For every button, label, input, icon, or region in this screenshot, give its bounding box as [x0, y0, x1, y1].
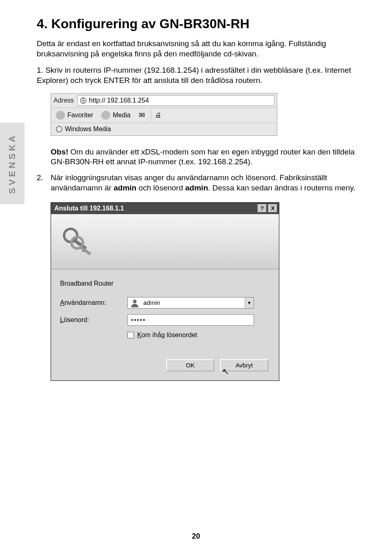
- address-value: http:// 192.168.1.254: [89, 97, 149, 104]
- address-label: Adress: [53, 97, 74, 104]
- help-button[interactable]: ?: [258, 204, 267, 212]
- toolbar-extra-icon[interactable]: 🖨: [155, 112, 161, 119]
- dialog-subtitle: Broadband Router: [60, 280, 270, 287]
- remember-checkbox[interactable]: [127, 332, 134, 338]
- password-input[interactable]: •••••: [127, 314, 254, 326]
- separator: [151, 110, 151, 121]
- step-2: 2.När inloggningsrutan visas anger du an…: [37, 173, 368, 193]
- step-1: 1. Skriv in routerns IP-nummer (192.168.…: [37, 65, 368, 85]
- globe-icon: [56, 111, 65, 120]
- remember-label: Kom ihåg lösenordet: [137, 331, 197, 339]
- step-2-mid: och lösenord: [136, 183, 185, 192]
- remember-row: Kom ihåg lösenordet: [127, 331, 270, 339]
- favorites-label: Favoriter: [67, 112, 93, 119]
- cursor-icon: ↖: [222, 367, 229, 376]
- step-1-text: Skriv in routerns IP-nummer (192.168.1.2…: [37, 66, 351, 85]
- step-2-bold2: admin: [185, 183, 208, 192]
- page-heading: 4. Konfigurering av GN-BR30N-RH: [37, 16, 368, 31]
- password-value: •••••: [131, 316, 146, 323]
- password-row: Lösenord: •••••: [60, 314, 270, 326]
- chevron-down-icon[interactable]: ▼: [245, 297, 254, 308]
- address-input[interactable]: http:// 192.168.1.254: [77, 95, 274, 106]
- keys-icon: [59, 223, 96, 260]
- ie-icon: [80, 97, 87, 104]
- browser-toolbar: Adress http:// 192.168.1.254 Favoriter M…: [51, 93, 277, 136]
- obs-label: Obs!: [51, 148, 68, 156]
- dialog-buttons: OK Avbryt: [60, 359, 270, 371]
- obs-text: Om du använder ett xDSL-modem som har en…: [51, 148, 355, 166]
- media-button[interactable]: Media: [99, 110, 133, 121]
- step-2-body: När inloggningsrutan visas anger du anvä…: [51, 173, 365, 193]
- step-2-bold1: admin: [114, 183, 136, 192]
- favorites-button[interactable]: Favoriter: [53, 110, 96, 121]
- titlebar-buttons: ? X: [258, 204, 277, 212]
- username-label: AAnvändarnamn:nvändarnamn:: [60, 299, 123, 306]
- media-label: Media: [113, 112, 131, 119]
- user-icon: [130, 298, 139, 307]
- svg-point-7: [133, 300, 137, 303]
- dialog-title: Ansluta till 192.168.1.1: [54, 205, 124, 212]
- step-2-after: . Dessa kan sedan ändras i routerns meny…: [208, 183, 355, 192]
- password-label: Lösenord:: [60, 316, 123, 324]
- address-row: Adress http:// 192.168.1.254: [51, 94, 277, 108]
- windows-media-label: Windows Media: [65, 125, 111, 133]
- ok-button[interactable]: OK: [166, 359, 214, 371]
- mail-icon[interactable]: ✉: [136, 111, 148, 119]
- obs-note: Obs! Om du använder ett xDSL-modem som h…: [51, 147, 368, 167]
- windows-media-button[interactable]: Windows Media: [53, 125, 114, 134]
- dialog-banner: [51, 214, 279, 269]
- windows-media-row: Windows Media: [51, 123, 277, 135]
- dialog-body: Broadband Router AAnvändarnamn:nvändarna…: [51, 269, 279, 380]
- language-label: SVENSKA: [7, 133, 18, 194]
- username-value: admin: [142, 299, 245, 306]
- username-row: AAnvändarnamn:nvändarnamn: admin ▼: [60, 297, 270, 309]
- media-globe-icon: [101, 111, 110, 120]
- close-button[interactable]: X: [268, 204, 277, 212]
- login-dialog: Ansluta till 192.168.1.1 ? X Broadband R…: [51, 202, 279, 381]
- username-combo[interactable]: admin ▼: [127, 297, 254, 309]
- step-1-number: 1.: [37, 66, 43, 74]
- page-number: 20: [0, 532, 392, 541]
- step-2-number: 2.: [37, 173, 51, 183]
- intro-text: Detta är endast en kortfattad bruksanvis…: [37, 39, 368, 59]
- language-side-tab: SVENSKA: [0, 123, 24, 204]
- page-content: 4. Konfigurering av GN-BR30N-RH Detta är…: [0, 0, 392, 393]
- links-row: Favoriter Media ✉ 🖨: [51, 108, 277, 123]
- wm-icon: [56, 126, 62, 132]
- svg-point-1: [56, 126, 62, 132]
- dialog-titlebar: Ansluta till 192.168.1.1 ? X: [51, 203, 279, 214]
